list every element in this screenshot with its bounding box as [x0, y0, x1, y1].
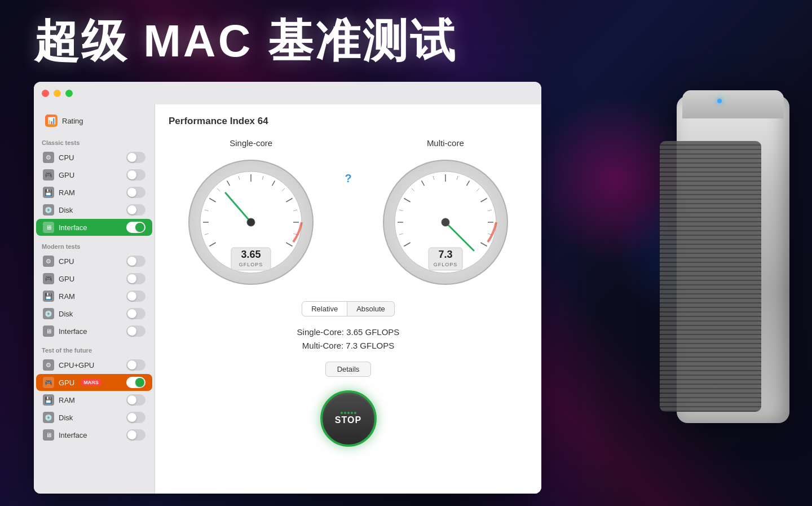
single-core-gauge-container: Single-core: [169, 138, 333, 290]
classic-cpu-item[interactable]: ⚙ CPU: [36, 149, 152, 166]
performance-index-title: Performance Index 64: [169, 116, 528, 127]
future-cpugpu-toggle[interactable]: [126, 359, 145, 371]
future-cpugpu-label: CPU+GPU: [59, 361, 94, 369]
single-core-result: Single-Core: 3.65 GFLOPS: [169, 325, 528, 339]
modern-interface-thumb: [127, 327, 136, 336]
modern-cpu-item[interactable]: ⚙ CPU: [36, 253, 152, 270]
single-core-gauge: 3.65 GFLOPS: [183, 155, 319, 290]
maximize-button[interactable]: [65, 90, 73, 97]
multi-core-svg: 7.3 GFLOPS: [378, 155, 513, 290]
multi-core-gauge-container: Multi-core: [363, 138, 528, 290]
classic-cpu-toggle[interactable]: [126, 152, 145, 163]
svg-text:7.3: 7.3: [438, 249, 452, 260]
modern-gpu-item[interactable]: 🎮 GPU: [36, 270, 152, 287]
close-button[interactable]: [42, 90, 49, 97]
future-gpu-icon: 🎮: [43, 377, 54, 388]
gauges-row: Single-core: [169, 138, 528, 290]
absolute-button[interactable]: Absolute: [347, 301, 395, 316]
stop-btn-dots: [341, 412, 356, 414]
multi-core-title: Multi-core: [427, 138, 464, 148]
future-gpu-toggle[interactable]: [126, 377, 145, 388]
page-title: 超级 MAC 基准测试: [34, 11, 457, 72]
main-content: Performance Index 64 Single-core: [155, 104, 541, 494]
future-ram-item[interactable]: 💾 RAM: [36, 391, 152, 408]
modern-gpu-label: GPU: [59, 275, 74, 283]
modern-cpu-icon: ⚙: [43, 256, 54, 267]
stop-label: STOP: [335, 415, 361, 425]
svg-point-20: [247, 218, 255, 226]
modern-ram-label: RAM: [59, 292, 75, 301]
title-bar: [34, 82, 541, 104]
rating-icon: 📊: [45, 115, 58, 127]
future-interface-item[interactable]: 🖥 Interface: [36, 426, 152, 443]
future-gpu-label: GPU: [59, 379, 74, 387]
svg-text:GFLOPS: GFLOPS: [434, 262, 458, 267]
future-disk-toggle[interactable]: [126, 412, 145, 423]
classic-gpu-thumb: [127, 170, 136, 179]
future-ram-label: RAM: [59, 396, 75, 404]
modern-disk-item[interactable]: 💿 Disk: [36, 305, 152, 322]
future-cpugpu-thumb: [127, 360, 136, 369]
multi-core-result: Multi-Core: 7.3 GFLOPS: [169, 339, 528, 353]
classic-ram-label: RAM: [59, 188, 75, 197]
modern-interface-left: 🖥 Interface: [43, 325, 87, 337]
modern-disk-toggle[interactable]: [126, 308, 145, 319]
modern-gpu-toggle[interactable]: [126, 273, 145, 284]
classic-ram-toggle[interactable]: [126, 187, 145, 198]
rating-label: Rating: [62, 117, 83, 125]
sidebar: 📊 Rating Classic tests ⚙ CPU 🎮 GPU: [34, 104, 155, 494]
modern-ram-item[interactable]: 💾 RAM: [36, 288, 152, 305]
dot4: [351, 412, 353, 414]
gpu-icon: 🎮: [43, 169, 54, 181]
minimize-button[interactable]: [54, 90, 61, 97]
future-cpugpu-item[interactable]: ⚙ CPU+GPU: [36, 357, 152, 373]
svg-text:3.65: 3.65: [241, 249, 261, 260]
classic-cpu-thumb: [127, 153, 136, 162]
modern-cpu-label: CPU: [59, 257, 74, 266]
classic-gpu-item[interactable]: 🎮 GPU: [36, 166, 152, 183]
classic-ram-item[interactable]: 💾 RAM: [36, 184, 152, 201]
classic-disk-toggle[interactable]: [126, 204, 145, 215]
classic-tests-header: Classic tests: [34, 133, 155, 148]
modern-gpu-thumb: [127, 274, 136, 283]
details-button[interactable]: Details: [325, 362, 372, 377]
classic-disk-left: 💿 Disk: [43, 204, 73, 215]
relative-button[interactable]: Relative: [302, 301, 347, 316]
modern-disk-icon: 💿: [43, 308, 54, 319]
svg-point-44: [442, 218, 449, 226]
modern-cpu-left: ⚙ CPU: [43, 256, 74, 267]
app-window: 📊 Rating Classic tests ⚙ CPU 🎮 GPU: [34, 82, 541, 494]
classic-disk-label: Disk: [59, 206, 73, 214]
modern-interface-icon: 🖥: [43, 325, 54, 337]
future-ram-left: 💾 RAM: [43, 394, 75, 406]
future-interface-thumb: [127, 430, 136, 439]
classic-gpu-toggle[interactable]: [126, 169, 145, 181]
modern-interface-toggle[interactable]: [126, 325, 145, 337]
future-gpu-item[interactable]: 🎮 GPU MARS: [36, 374, 152, 391]
question-mark[interactable]: ?: [345, 172, 351, 185]
future-tests-header: Test of the future: [34, 340, 155, 356]
modern-ram-left: 💾 RAM: [43, 291, 75, 302]
future-gpu-left: 🎮 GPU MARS: [43, 377, 101, 388]
classic-cpu-left: ⚙ CPU: [43, 152, 74, 163]
classic-interface-item[interactable]: 🖥 Interface: [36, 219, 152, 236]
modern-cpu-toggle[interactable]: [126, 256, 145, 267]
modern-ram-icon: 💾: [43, 291, 54, 302]
interface-icon: 🖥: [43, 222, 54, 233]
future-interface-toggle[interactable]: [126, 429, 145, 441]
modern-interface-item[interactable]: 🖥 Interface: [36, 323, 152, 340]
future-disk-item[interactable]: 💿 Disk: [36, 409, 152, 426]
rating-button[interactable]: 📊 Rating: [38, 111, 90, 130]
stop-button[interactable]: STOP: [320, 390, 377, 447]
ram-icon: 💾: [43, 187, 54, 198]
future-ram-toggle[interactable]: [126, 394, 145, 406]
future-interface-left: 🖥 Interface: [43, 429, 87, 441]
classic-interface-left: 🖥 Interface: [43, 222, 87, 233]
classic-disk-item[interactable]: 💿 Disk: [36, 201, 152, 218]
classic-interface-toggle[interactable]: [126, 222, 145, 233]
disk-icon: 💿: [43, 204, 54, 215]
question-mark-area: ?: [345, 138, 351, 185]
classic-ram-left: 💾 RAM: [43, 187, 75, 198]
future-interface-icon: 🖥: [43, 429, 54, 441]
modern-ram-toggle[interactable]: [126, 291, 145, 302]
